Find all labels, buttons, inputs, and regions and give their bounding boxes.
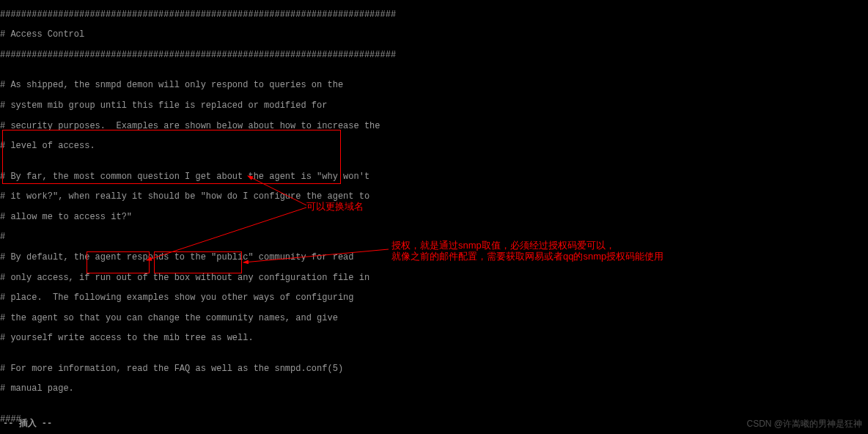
config-line: # As shipped, the snmpd demon will only … xyxy=(0,81,868,91)
vim-mode-status: -- 插入 -- xyxy=(3,419,52,430)
watermark-text: CSDN @许嵩曦的男神是狂神 xyxy=(746,419,862,430)
config-line: # allow me to access it?" xyxy=(0,213,868,223)
config-line: # yourself write access to the mib tree … xyxy=(0,334,868,344)
terminal-output: ########################################… xyxy=(0,0,868,434)
config-line: # security purposes. Examples are shown … xyxy=(0,122,868,132)
config-line: ########################################… xyxy=(0,10,868,21)
config-line: # the agent so that you can change the c… xyxy=(0,314,868,324)
config-line: # level of access. xyxy=(0,141,868,152)
config-line: # system mib group until this file is re… xyxy=(0,101,868,111)
config-line: # Access Control xyxy=(0,30,868,40)
config-line: ########################################… xyxy=(0,51,868,61)
config-line: # By default, the agent responds to the … xyxy=(0,253,868,263)
config-line: # place. The following examples show you… xyxy=(0,293,868,304)
config-line: # For more information, read the FAQ as … xyxy=(0,364,868,375)
config-line: # xyxy=(0,232,868,243)
config-line: # only access, if run out of the box wit… xyxy=(0,273,868,284)
config-line: # By far, the most common question I get… xyxy=(0,172,868,183)
config-line: # manual page. xyxy=(0,384,868,394)
config-line: # it work?", when really it should be "h… xyxy=(0,192,868,202)
config-line: #### xyxy=(0,415,868,425)
